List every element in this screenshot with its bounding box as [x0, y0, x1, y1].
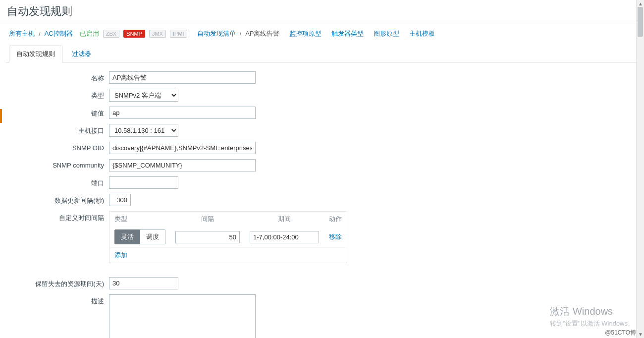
breadcrumb-toolbar: 所有主机 / AC控制器 已启用 ZBX SNMP JMX IPMI 自动发现清…	[0, 23, 644, 41]
key-input[interactable]	[109, 107, 256, 119]
label-type: 类型	[10, 89, 109, 100]
ih-type: 类型	[109, 212, 171, 227]
watermark-sub: 转到"设置"以激活 Windows。	[550, 319, 634, 329]
update-int-input[interactable]	[109, 194, 131, 206]
scroll-down-icon[interactable]: ▼	[638, 332, 643, 337]
link-graph-proto[interactable]: 图形原型	[374, 29, 399, 38]
badge-zbx: ZBX	[103, 30, 119, 38]
label-key: 键值	[10, 107, 109, 118]
seg-flex[interactable]: 灵活	[114, 229, 140, 244]
breadcrumb-all-hosts[interactable]: 所有主机	[9, 29, 35, 38]
name-input[interactable]	[109, 71, 256, 84]
interval-period-input[interactable]	[250, 231, 319, 243]
breadcrumb-current: AP离线告警	[245, 29, 279, 38]
form: 名称 类型 SNMPv2 客户端 键值 主机接口 10.58.1.130 : 1…	[0, 62, 644, 338]
link-item-proto[interactable]: 监控项原型	[289, 29, 322, 38]
tabs: 自动发现规则 过滤器	[6, 45, 638, 62]
sep: /	[39, 30, 41, 38]
seg-sched[interactable]: 调度	[140, 229, 165, 244]
interval-add-link[interactable]: 添加	[114, 251, 127, 259]
snmp-comm-input[interactable]	[109, 159, 256, 171]
keep-lost-input[interactable]	[109, 277, 178, 289]
sep: /	[240, 30, 242, 38]
breadcrumb-ac-controller[interactable]: AC控制器	[45, 29, 73, 38]
interval-add-row: 添加	[109, 248, 347, 263]
breadcrumb-discovery-list[interactable]: 自动发现清单	[197, 29, 236, 38]
interval-table: 类型 间隔 期间 动作 灵活 调度 移除	[109, 211, 347, 263]
ih-interval: 间隔	[170, 212, 245, 227]
snmp-oid-input[interactable]	[109, 142, 256, 154]
label-update-int: 数据更新间隔(秒)	[10, 194, 109, 205]
badge-snmp: SNMP	[123, 30, 145, 38]
label-port: 端口	[10, 176, 109, 188]
page-header: 自动发现规则	[0, 0, 644, 23]
ih-period: 期间	[245, 212, 324, 227]
label-host-if: 主机接口	[10, 124, 109, 135]
label-keep-lost: 保留失去的资源期间(天)	[10, 277, 109, 288]
link-host-proto[interactable]: 主机模板	[409, 29, 435, 38]
scroll-thumb[interactable]	[638, 7, 643, 37]
watermark-title: 激活 Windows	[550, 304, 634, 319]
ih-action: 动作	[324, 212, 347, 227]
port-input[interactable]	[109, 176, 178, 189]
host-if-select[interactable]: 10.58.1.130 : 161	[109, 124, 178, 137]
scrollbar[interactable]: ▲ ▼	[636, 0, 644, 338]
page-title: 自动发现规则	[7, 4, 637, 19]
enabled-status: 已启用	[80, 29, 99, 38]
scroll-up-icon[interactable]: ▲	[638, 1, 643, 6]
desc-textarea[interactable]	[109, 294, 256, 338]
interval-remove-link[interactable]: 移除	[329, 233, 342, 240]
type-select[interactable]: SNMPv2 客户端	[109, 89, 178, 102]
label-desc: 描述	[10, 294, 109, 306]
tab-filter[interactable]: 过滤器	[64, 46, 99, 62]
label-custom-int: 自定义时间间隔	[10, 211, 109, 223]
badge-jmx: JMX	[149, 30, 166, 38]
label-name: 名称	[10, 71, 109, 83]
label-snmp-oid: SNMP OID	[10, 142, 109, 152]
link-trigger-proto[interactable]: 触发器类型	[331, 29, 364, 38]
seg-group: 灵活 调度	[114, 229, 165, 244]
windows-watermark: 激活 Windows 转到"设置"以激活 Windows。	[550, 304, 634, 329]
interval-row: 灵活 调度 移除	[109, 226, 347, 248]
label-snmp-comm: SNMP community	[10, 159, 109, 169]
badge-ipmi: IPMI	[170, 30, 187, 38]
tab-rule[interactable]: 自动发现规则	[9, 46, 62, 62]
interval-value-input[interactable]	[175, 231, 240, 243]
left-accent	[0, 109, 2, 123]
